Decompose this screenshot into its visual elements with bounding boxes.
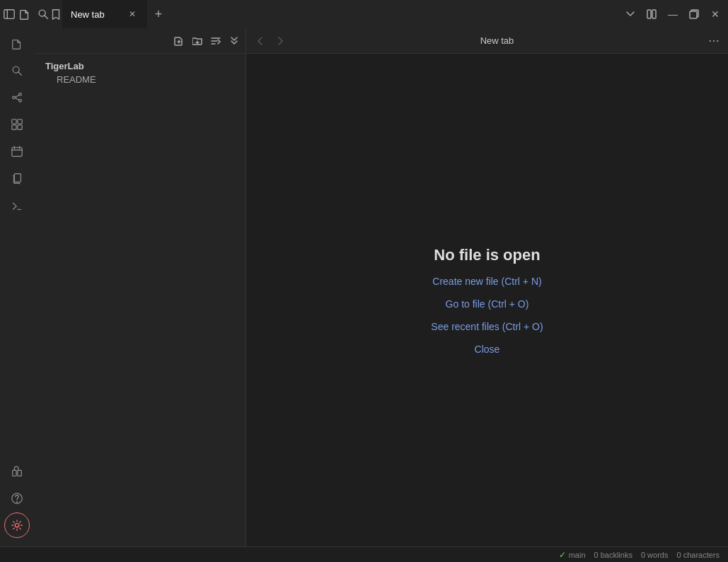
sidebar-folder-tigerlab[interactable]: TigerLab <box>34 59 245 73</box>
svg-rect-6 <box>690 11 697 18</box>
new-folder-sidebar-btn[interactable] <box>189 33 206 49</box>
svg-rect-18 <box>12 148 22 157</box>
files-activity-icon[interactable] <box>4 31 30 57</box>
title-bar-left <box>0 8 34 21</box>
see-recent-files-link[interactable]: See recent files (Ctrl + O) <box>431 321 543 332</box>
svg-point-27 <box>15 523 18 527</box>
svg-rect-23 <box>13 470 16 476</box>
svg-line-12 <box>15 95 18 98</box>
title-bar: New tab ✕ + — ✕ <box>0 0 728 28</box>
dropdown-btn[interactable] <box>620 4 640 24</box>
create-new-file-link[interactable]: Create new file (Ctrl + N) <box>432 276 541 287</box>
sidebar: TigerLab README <box>34 28 246 546</box>
editor-more-btn[interactable]: ⋯ <box>705 33 722 49</box>
main-layout: TigerLab README New tab ⋯ No file is ope… <box>0 28 728 546</box>
go-to-file-link[interactable]: Go to file (Ctrl + O) <box>446 298 529 310</box>
new-file-sidebar-btn[interactable] <box>171 33 187 49</box>
search-title-icon[interactable] <box>37 8 50 21</box>
editor-area: New tab ⋯ No file is open Create new fil… <box>246 28 728 546</box>
sidebar-file-readme[interactable]: README <box>34 73 245 86</box>
svg-line-8 <box>18 72 21 75</box>
editor-toolbar: New tab ⋯ <box>246 28 728 54</box>
activity-bar <box>0 28 34 546</box>
window-controls: — ✕ <box>620 4 728 24</box>
tab-label: New tab <box>71 9 121 20</box>
svg-rect-5 <box>652 10 656 18</box>
no-file-title: No file is open <box>434 246 540 264</box>
svg-rect-4 <box>647 10 651 18</box>
sort-sidebar-btn[interactable] <box>207 33 224 49</box>
maximize-btn[interactable] <box>684 4 704 24</box>
close-link[interactable]: Close <box>475 344 500 355</box>
new-tab-button[interactable]: + <box>147 0 170 28</box>
close-btn[interactable]: ✕ <box>705 4 725 24</box>
split-editor-btn[interactable] <box>642 4 661 24</box>
nav-back-btn[interactable] <box>252 33 269 49</box>
status-branch[interactable]: ✓ main <box>559 550 586 560</box>
graph-activity-icon[interactable] <box>4 85 30 110</box>
svg-point-26 <box>17 502 18 503</box>
help-activity-icon[interactable] <box>4 486 30 511</box>
svg-line-13 <box>15 98 18 100</box>
editor-content: No file is open Create new file (Ctrl + … <box>246 54 728 546</box>
svg-rect-16 <box>12 125 16 129</box>
status-check-icon: ✓ <box>559 550 566 560</box>
terminal-activity-icon[interactable] <box>4 192 30 218</box>
activity-bar-bottom <box>4 459 30 544</box>
editor-title: New tab <box>291 35 703 46</box>
svg-rect-15 <box>18 119 22 124</box>
sidebar-toolbar <box>34 28 245 54</box>
settings-activity-icon[interactable] <box>4 513 30 538</box>
svg-rect-17 <box>18 125 22 129</box>
bookmark-title-icon[interactable] <box>50 8 62 21</box>
plugin-activity-icon[interactable] <box>4 459 30 484</box>
svg-rect-0 <box>4 10 14 19</box>
tab-new-tab[interactable]: New tab ✕ <box>62 0 147 28</box>
tabs-area: New tab ✕ + <box>62 0 620 28</box>
svg-rect-14 <box>12 119 16 124</box>
minimize-btn[interactable]: — <box>663 4 683 24</box>
collapse-sidebar-btn[interactable] <box>226 33 243 49</box>
status-branch-name: main <box>569 551 586 559</box>
status-bar: ✓ main 0 backlinks 0 words 0 characters <box>0 546 728 562</box>
files-title-icon[interactable] <box>18 8 31 21</box>
pages-activity-icon[interactable] <box>4 165 30 191</box>
calendar-activity-icon[interactable] <box>4 139 30 164</box>
status-characters: 0 characters <box>676 551 720 559</box>
svg-line-3 <box>45 16 47 18</box>
grid-activity-icon[interactable] <box>4 112 30 137</box>
tab-close-btn[interactable]: ✕ <box>127 8 138 20</box>
sidebar-content: TigerLab README <box>34 54 245 546</box>
search-activity-icon[interactable] <box>4 58 30 83</box>
svg-rect-24 <box>18 470 21 476</box>
nav-forward-btn[interactable] <box>272 33 289 49</box>
status-words: 0 words <box>641 551 669 559</box>
activity-bar-top <box>4 31 30 459</box>
sidebar-toggle-icon[interactable] <box>3 8 16 21</box>
status-backlinks: 0 backlinks <box>594 551 632 559</box>
